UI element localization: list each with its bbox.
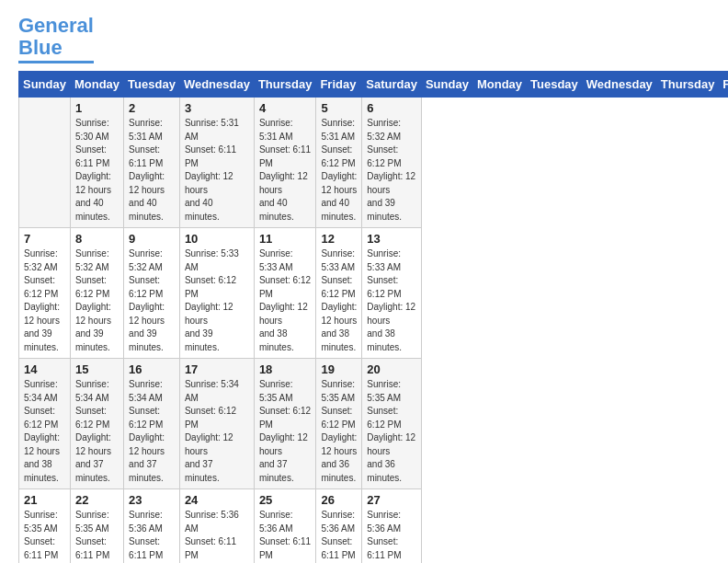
- calendar-week-row: 21Sunrise: 5:35 AMSunset: 6:11 PMDayligh…: [19, 489, 729, 563]
- day-number: 19: [321, 362, 357, 376]
- day-number: 21: [24, 493, 65, 507]
- day-info: Sunrise: 5:32 AMSunset: 6:12 PMDaylight:…: [367, 117, 416, 224]
- day-of-week-header: Thursday: [254, 72, 316, 98]
- calendar-cell: 6Sunrise: 5:32 AMSunset: 6:12 PMDaylight…: [362, 98, 422, 228]
- day-of-week-header: Sunday: [19, 72, 71, 98]
- calendar-cell: 21Sunrise: 5:35 AMSunset: 6:11 PMDayligh…: [19, 489, 71, 563]
- day-of-week-header: Monday: [70, 72, 123, 98]
- calendar-cell: 10Sunrise: 5:33 AMSunset: 6:12 PMDayligh…: [179, 228, 254, 359]
- day-info: Sunrise: 5:35 AMSunset: 6:11 PMDaylight:…: [24, 509, 65, 563]
- day-info: Sunrise: 5:33 AMSunset: 6:12 PMDaylight:…: [259, 247, 312, 354]
- day-info: Sunrise: 5:36 AMSunset: 6:11 PMDaylight:…: [321, 509, 357, 563]
- calendar-week-row: 7Sunrise: 5:32 AMSunset: 6:12 PMDaylight…: [19, 228, 729, 359]
- day-number: 27: [367, 493, 416, 507]
- calendar-cell: 24Sunrise: 5:36 AMSunset: 6:11 PMDayligh…: [179, 489, 254, 563]
- day-info: Sunrise: 5:35 AMSunset: 6:11 PMDaylight:…: [75, 509, 119, 563]
- day-info: Sunrise: 5:35 AMSunset: 6:12 PMDaylight:…: [367, 378, 416, 485]
- day-number: 6: [367, 101, 416, 115]
- day-info: Sunrise: 5:34 AMSunset: 6:12 PMDaylight:…: [129, 378, 175, 485]
- day-number: 14: [24, 362, 65, 376]
- logo-blue: Blue: [18, 36, 63, 59]
- day-info: Sunrise: 5:31 AMSunset: 6:11 PMDaylight:…: [185, 117, 249, 224]
- day-info: Sunrise: 5:31 AMSunset: 6:12 PMDaylight:…: [321, 117, 357, 224]
- day-number: 1: [75, 101, 119, 115]
- calendar-cell: 23Sunrise: 5:36 AMSunset: 6:11 PMDayligh…: [124, 489, 180, 563]
- day-number: 16: [129, 362, 175, 376]
- calendar-week-row: 1Sunrise: 5:30 AMSunset: 6:11 PMDaylight…: [19, 98, 729, 228]
- logo-general: General: [18, 14, 94, 37]
- day-number: 20: [367, 362, 416, 376]
- calendar-cell: 9Sunrise: 5:32 AMSunset: 6:12 PMDaylight…: [124, 228, 180, 359]
- logo: General Blue: [18, 15, 94, 63]
- day-of-week-header: Tuesday: [124, 72, 180, 98]
- day-number: 11: [259, 232, 312, 246]
- page-header: General Blue: [18, 15, 710, 63]
- day-number: 8: [75, 232, 119, 246]
- day-info: Sunrise: 5:33 AMSunset: 6:12 PMDaylight:…: [185, 247, 249, 354]
- calendar-cell: 19Sunrise: 5:35 AMSunset: 6:12 PMDayligh…: [316, 359, 362, 489]
- calendar-cell: 8Sunrise: 5:32 AMSunset: 6:12 PMDaylight…: [70, 228, 123, 359]
- calendar-cell: [19, 98, 71, 228]
- calendar-week-row: 14Sunrise: 5:34 AMSunset: 6:12 PMDayligh…: [19, 359, 729, 489]
- day-info: Sunrise: 5:36 AMSunset: 6:11 PMDaylight:…: [259, 509, 312, 563]
- day-info: Sunrise: 5:35 AMSunset: 6:12 PMDaylight:…: [321, 378, 357, 485]
- day-of-week-header: Friday: [719, 72, 728, 98]
- day-number: 12: [321, 232, 357, 246]
- day-number: 4: [259, 101, 312, 115]
- day-of-week-header: Wednesday: [582, 72, 656, 98]
- day-info: Sunrise: 5:31 AMSunset: 6:11 PMDaylight:…: [129, 117, 175, 224]
- day-of-week-header: Thursday: [656, 72, 719, 98]
- calendar-cell: 27Sunrise: 5:36 AMSunset: 6:11 PMDayligh…: [362, 489, 422, 563]
- day-info: Sunrise: 5:36 AMSunset: 6:11 PMDaylight:…: [129, 509, 175, 563]
- day-info: Sunrise: 5:34 AMSunset: 6:12 PMDaylight:…: [24, 378, 65, 485]
- calendar-cell: 7Sunrise: 5:32 AMSunset: 6:12 PMDaylight…: [19, 228, 71, 359]
- day-of-week-header: Sunday: [421, 72, 472, 98]
- day-number: 17: [185, 362, 249, 376]
- calendar-cell: 4Sunrise: 5:31 AMSunset: 6:11 PMDaylight…: [254, 98, 316, 228]
- day-info: Sunrise: 5:34 AMSunset: 6:12 PMDaylight:…: [75, 378, 119, 485]
- calendar-cell: 3Sunrise: 5:31 AMSunset: 6:11 PMDaylight…: [179, 98, 254, 228]
- calendar-cell: 26Sunrise: 5:36 AMSunset: 6:11 PMDayligh…: [316, 489, 362, 563]
- day-info: Sunrise: 5:36 AMSunset: 6:11 PMDaylight:…: [367, 509, 416, 563]
- calendar-cell: 14Sunrise: 5:34 AMSunset: 6:12 PMDayligh…: [19, 359, 71, 489]
- day-number: 15: [75, 362, 119, 376]
- logo-text: General Blue: [18, 15, 94, 59]
- day-number: 24: [185, 493, 249, 507]
- day-number: 5: [321, 101, 357, 115]
- calendar-cell: 5Sunrise: 5:31 AMSunset: 6:12 PMDaylight…: [316, 98, 362, 228]
- day-of-week-header: Monday: [472, 72, 526, 98]
- day-info: Sunrise: 5:33 AMSunset: 6:12 PMDaylight:…: [321, 247, 357, 354]
- calendar-cell: 18Sunrise: 5:35 AMSunset: 6:12 PMDayligh…: [254, 359, 316, 489]
- logo-underline: [18, 61, 94, 63]
- day-of-week-header: Friday: [316, 72, 362, 98]
- day-of-week-header: Wednesday: [179, 72, 254, 98]
- day-of-week-header: Saturday: [362, 72, 422, 98]
- day-of-week-header: Tuesday: [527, 72, 583, 98]
- day-number: 7: [24, 232, 65, 246]
- calendar-cell: 17Sunrise: 5:34 AMSunset: 6:12 PMDayligh…: [179, 359, 254, 489]
- day-number: 25: [259, 493, 312, 507]
- day-info: Sunrise: 5:32 AMSunset: 6:12 PMDaylight:…: [129, 247, 175, 354]
- day-info: Sunrise: 5:35 AMSunset: 6:12 PMDaylight:…: [259, 378, 312, 485]
- calendar-cell: 22Sunrise: 5:35 AMSunset: 6:11 PMDayligh…: [70, 489, 123, 563]
- day-number: 10: [185, 232, 249, 246]
- day-info: Sunrise: 5:34 AMSunset: 6:12 PMDaylight:…: [185, 378, 249, 485]
- day-info: Sunrise: 5:30 AMSunset: 6:11 PMDaylight:…: [75, 117, 119, 224]
- calendar-cell: 20Sunrise: 5:35 AMSunset: 6:12 PMDayligh…: [362, 359, 422, 489]
- calendar-cell: 1Sunrise: 5:30 AMSunset: 6:11 PMDaylight…: [70, 98, 123, 228]
- day-number: 26: [321, 493, 357, 507]
- calendar-cell: 11Sunrise: 5:33 AMSunset: 6:12 PMDayligh…: [254, 228, 316, 359]
- day-number: 18: [259, 362, 312, 376]
- day-number: 23: [129, 493, 175, 507]
- calendar-header-row: SundayMondayTuesdayWednesdayThursdayFrid…: [19, 72, 729, 98]
- calendar-cell: 16Sunrise: 5:34 AMSunset: 6:12 PMDayligh…: [124, 359, 180, 489]
- day-info: Sunrise: 5:32 AMSunset: 6:12 PMDaylight:…: [24, 247, 65, 354]
- day-number: 13: [367, 232, 416, 246]
- day-info: Sunrise: 5:36 AMSunset: 6:11 PMDaylight:…: [185, 509, 249, 563]
- calendar-cell: 15Sunrise: 5:34 AMSunset: 6:12 PMDayligh…: [70, 359, 123, 489]
- day-number: 9: [129, 232, 175, 246]
- day-number: 2: [129, 101, 175, 115]
- calendar-cell: 12Sunrise: 5:33 AMSunset: 6:12 PMDayligh…: [316, 228, 362, 359]
- calendar-cell: 13Sunrise: 5:33 AMSunset: 6:12 PMDayligh…: [362, 228, 422, 359]
- day-number: 22: [75, 493, 119, 507]
